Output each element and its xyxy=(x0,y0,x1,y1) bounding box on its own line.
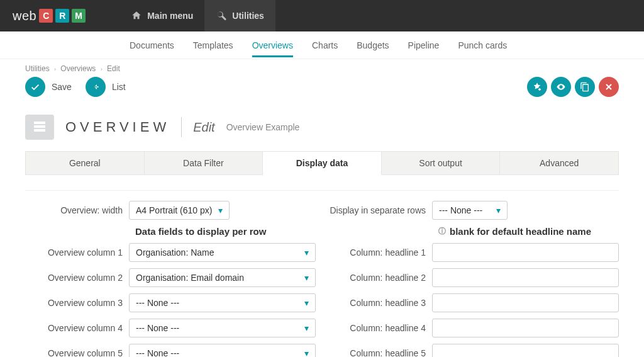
subnav-budgets[interactable]: Budgets xyxy=(357,33,389,57)
copy-icon xyxy=(580,82,590,92)
overview-width-select[interactable]: A4 Portrait (610 px) ▾ xyxy=(129,201,230,220)
chevron-down-icon: ▾ xyxy=(304,273,309,283)
nav-main-menu-label: Main menu xyxy=(147,11,193,21)
head2-label: Column: headline 2 xyxy=(328,273,432,283)
col5-label: Overview column 5 xyxy=(25,348,129,357)
star-add-button[interactable] xyxy=(527,77,547,97)
left-column: Overview: width A4 Portrait (610 px) ▾ D… xyxy=(25,201,316,357)
page-name: Overview Example xyxy=(226,122,300,132)
head4-input[interactable] xyxy=(432,319,619,337)
breadcrumb-overviews[interactable]: Overviews xyxy=(60,64,96,73)
head5-input[interactable] xyxy=(432,344,619,357)
sub-nav: Documents Templates Overviews Charts Bud… xyxy=(0,31,644,59)
overview-width-label: Overview: width xyxy=(25,205,129,215)
divider xyxy=(181,117,182,137)
chevron-down-icon: ▾ xyxy=(304,323,309,333)
col4-label: Overview column 4 xyxy=(25,323,129,333)
wrench-icon xyxy=(216,10,227,21)
delete-button[interactable] xyxy=(599,77,619,97)
section-header: OVERVIEW Edit Overview Example xyxy=(0,103,644,151)
tab-advanced[interactable]: Advanced xyxy=(500,151,619,175)
nav-utilities[interactable]: Utilities xyxy=(204,0,275,31)
col1-select[interactable]: Organisation: Name▾ xyxy=(129,243,316,262)
divider-line xyxy=(25,190,619,191)
subnav-punch-cards[interactable]: Punch cards xyxy=(458,33,507,57)
logo-c-icon: C xyxy=(39,9,53,23)
tab-data-filter[interactable]: Data Filter xyxy=(145,151,264,175)
page-mode: Edit xyxy=(193,120,214,135)
display-separate-label: Display in separate rows xyxy=(328,205,432,215)
logo-r-icon: R xyxy=(55,9,69,23)
chevron-down-icon: ▾ xyxy=(304,348,309,357)
col2-label: Overview column 2 xyxy=(25,273,129,283)
star-plus-icon xyxy=(532,82,542,92)
head2-input[interactable] xyxy=(432,268,619,287)
col3-select[interactable]: --- None ---▾ xyxy=(129,293,316,312)
overview-width-value: A4 Portrait (610 px) xyxy=(136,205,212,215)
tab-general[interactable]: General xyxy=(25,151,145,175)
display-separate-select[interactable]: --- None --- ▾ xyxy=(432,201,508,220)
col5-select[interactable]: --- None ---▾ xyxy=(129,344,316,357)
tabs: General Data Filter Display data Sort ou… xyxy=(25,151,619,175)
form-area: Overview: width A4 Portrait (610 px) ▾ D… xyxy=(0,201,644,357)
tab-display-data[interactable]: Display data xyxy=(263,151,382,175)
top-bar: web C R M Main menu Utilities xyxy=(0,0,644,31)
check-icon xyxy=(30,82,40,92)
nav-utilities-label: Utilities xyxy=(232,11,264,21)
logo-m-icon: M xyxy=(72,9,86,23)
action-left: Save List xyxy=(25,77,137,97)
save-label: Save xyxy=(52,82,72,92)
preview-button[interactable] xyxy=(551,77,571,97)
chevron-down-icon: ▾ xyxy=(304,298,309,308)
subnav-overviews[interactable]: Overviews xyxy=(252,33,293,57)
subnav-templates[interactable]: Templates xyxy=(193,33,233,57)
top-nav: Main menu Utilities xyxy=(119,0,275,31)
info-icon[interactable]: ⓘ xyxy=(438,226,446,237)
head3-input[interactable] xyxy=(432,293,619,312)
right-column: Display in separate rows --- None --- ▾ … xyxy=(328,201,619,357)
data-fields-heading: Data fields to display per row xyxy=(135,226,316,237)
copy-button[interactable] xyxy=(575,77,595,97)
arrow-left-icon xyxy=(91,82,101,92)
subnav-pipeline[interactable]: Pipeline xyxy=(408,33,440,57)
breadcrumb: Utilities › Overviews › Edit xyxy=(0,59,644,73)
subnav-charts[interactable]: Charts xyxy=(312,33,338,57)
display-separate-value: --- None --- xyxy=(439,205,482,215)
home-icon xyxy=(131,10,142,21)
col1-label: Overview column 1 xyxy=(25,247,129,258)
col2-select[interactable]: Organisation: Email domain▾ xyxy=(129,268,316,287)
list-button[interactable] xyxy=(86,77,106,97)
head4-label: Column: headline 4 xyxy=(328,323,432,333)
col4-select[interactable]: --- None ---▾ xyxy=(129,319,316,337)
nav-main-menu[interactable]: Main menu xyxy=(119,0,204,31)
subnav-documents[interactable]: Documents xyxy=(130,33,174,57)
head1-label: Column: headline 1 xyxy=(328,247,432,258)
tab-sort-output[interactable]: Sort output xyxy=(382,151,501,175)
list-label: List xyxy=(112,82,126,92)
grid-icon xyxy=(25,115,54,140)
head1-input[interactable] xyxy=(432,243,619,262)
chevron-down-icon: ▾ xyxy=(304,247,309,258)
logo-text: web xyxy=(13,9,36,23)
col3-label: Overview column 3 xyxy=(25,298,129,308)
chevron-down-icon: ▾ xyxy=(218,205,223,215)
action-row: Save List xyxy=(0,73,644,103)
eye-icon xyxy=(556,82,566,92)
breadcrumb-utilities[interactable]: Utilities xyxy=(25,64,50,73)
page-title: OVERVIEW xyxy=(65,119,170,135)
head3-label: Column: headline 3 xyxy=(328,298,432,308)
logo: web C R M xyxy=(0,9,94,23)
breadcrumb-edit: Edit xyxy=(107,64,120,73)
blank-heading: ⓘ blank for default headline name xyxy=(438,226,619,237)
head5-label: Column: headline 5 xyxy=(328,348,432,357)
chevron-down-icon: ▾ xyxy=(496,205,501,215)
save-button[interactable] xyxy=(25,77,45,97)
close-icon xyxy=(604,82,614,92)
action-right xyxy=(527,77,619,97)
